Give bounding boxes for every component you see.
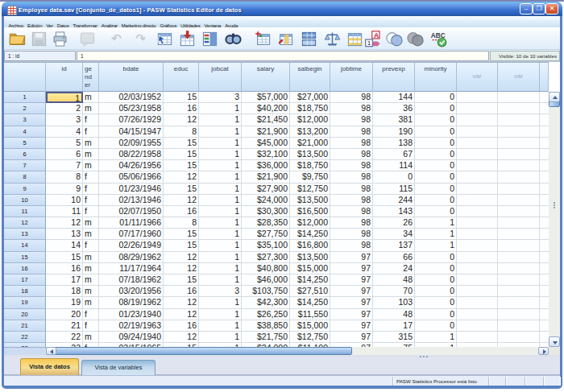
cell-var2[interactable]	[498, 320, 540, 332]
cell-minority[interactable]: 0	[415, 103, 457, 114]
cell-gender[interactable]: m	[83, 274, 99, 286]
cell-bdate[interactable]: 09/24/1940	[99, 332, 164, 343]
minimize-button[interactable]: –	[520, 3, 533, 14]
cell-jobtime[interactable]: 98	[330, 149, 373, 160]
cell-var2[interactable]	[498, 92, 540, 103]
cell-educ[interactable]: 15	[164, 229, 199, 240]
cell-salary[interactable]: $38,850	[242, 320, 290, 332]
cell-gender[interactable]: m	[83, 297, 99, 308]
row-number[interactable]: 17	[4, 274, 46, 286]
cell-salary[interactable]: $21,750	[242, 332, 290, 343]
cell-bdate[interactable]: 05/23/1958	[99, 103, 164, 114]
cell-var2[interactable]	[498, 263, 540, 274]
cell-var2[interactable]	[498, 195, 540, 206]
cell-bdate[interactable]: 02/07/1950	[99, 206, 164, 217]
cell-bdate[interactable]: 04/15/1947	[99, 126, 164, 138]
recall-dialogs-icon[interactable]	[78, 30, 97, 48]
cell-bdate[interactable]: 02/03/1952	[99, 92, 164, 103]
cell-var1[interactable]	[457, 92, 498, 103]
cell-gender[interactable]: f	[83, 195, 99, 206]
cell-jobtime[interactable]: 98	[330, 206, 373, 217]
cell-var2[interactable]	[498, 149, 540, 160]
print-icon[interactable]	[51, 30, 69, 48]
cell-minority[interactable]: 0	[415, 92, 457, 103]
cell-jobcat[interactable]: 3	[199, 92, 242, 103]
cell-id[interactable]: 14	[46, 240, 83, 251]
cell-jobtime[interactable]: 97	[330, 309, 373, 320]
cell-gender[interactable]: m	[83, 252, 99, 263]
cell-id[interactable]: 4	[46, 126, 83, 138]
cell-var1[interactable]	[457, 229, 498, 240]
cell-prevexp[interactable]: 48	[373, 274, 415, 286]
row-number[interactable]: 18	[4, 286, 46, 297]
cell-educ[interactable]: 16	[164, 320, 199, 332]
cell-minority[interactable]: 1	[415, 240, 457, 251]
cell-prevexp[interactable]: 34	[373, 229, 415, 240]
weight-cases-icon[interactable]	[323, 30, 342, 48]
cell-jobtime[interactable]: 98	[330, 240, 373, 251]
cell-salary[interactable]: $26,250	[242, 309, 290, 320]
show-all-variables-icon[interactable]	[406, 30, 425, 48]
cell-bdate[interactable]: 07/17/1960	[99, 229, 164, 240]
cell-var1[interactable]	[457, 184, 498, 195]
cell-var1[interactable]	[457, 320, 498, 332]
cell-bdate[interactable]: 02/19/1963	[99, 320, 164, 332]
cell-prevexp[interactable]: 17	[373, 320, 415, 332]
cell-var2[interactable]	[498, 332, 540, 343]
cell-gender[interactable]: m	[83, 286, 99, 297]
cell-id[interactable]: 9	[46, 184, 83, 195]
cell-prevexp[interactable]: 115	[373, 184, 415, 195]
cell-salbegin[interactable]: $21,000	[290, 138, 330, 149]
cell-gender[interactable]: m	[83, 217, 99, 229]
cell-salary[interactable]: $21,450	[242, 114, 290, 126]
cell-educ[interactable]: 15	[164, 92, 199, 103]
cell-gender[interactable]: f	[83, 240, 99, 251]
cell-var1[interactable]	[457, 206, 498, 217]
cell-educ[interactable]: 12	[164, 332, 199, 343]
cell-var1[interactable]	[457, 138, 498, 149]
cell-jobcat[interactable]: 1	[199, 229, 242, 240]
column-header-educ[interactable]: educ	[164, 63, 199, 92]
horizontal-scrollbar[interactable]	[46, 347, 549, 355]
cell-gender[interactable]: m	[83, 103, 99, 114]
cell-salbegin[interactable]: $11,550	[290, 309, 330, 320]
cell-prevexp[interactable]: 36	[373, 103, 415, 114]
cell-gender[interactable]: f	[83, 126, 99, 138]
cell-jobcat[interactable]: 1	[199, 274, 242, 286]
cell-var1[interactable]	[457, 114, 498, 126]
cell-var1[interactable]	[457, 297, 498, 308]
cell-jobtime[interactable]: 98	[330, 92, 373, 103]
cell-editor[interactable]: 1	[77, 51, 489, 61]
cell-id[interactable]: 3	[46, 114, 83, 126]
column-header-var1[interactable]: var	[457, 63, 498, 92]
cell-var1[interactable]	[457, 126, 498, 138]
cell-jobcat[interactable]: 1	[199, 217, 242, 229]
tab-variable-view[interactable]: Vista de variables	[81, 360, 156, 375]
cell-salbegin[interactable]: $13,500	[290, 252, 330, 263]
cell-minority[interactable]: 0	[415, 171, 457, 183]
cell-jobcat[interactable]: 1	[199, 184, 242, 195]
row-number[interactable]: 10	[4, 195, 46, 206]
maximize-button[interactable]: ❐	[533, 3, 545, 14]
cell-jobtime[interactable]: 97	[330, 274, 373, 286]
row-number[interactable]: 2	[4, 103, 46, 114]
cell-prevexp[interactable]: 0	[373, 171, 415, 183]
row-number[interactable]: 19	[4, 297, 46, 308]
cell-var2[interactable]	[498, 240, 540, 251]
cell-prevexp[interactable]: 315	[373, 332, 415, 343]
cell-educ[interactable]: 12	[164, 263, 199, 274]
cell-jobcat[interactable]: 1	[199, 263, 242, 274]
cell-id[interactable]: 20	[46, 309, 83, 320]
cell-var1[interactable]	[457, 252, 498, 263]
cell-salary[interactable]: $35,100	[242, 240, 290, 251]
cell-var2[interactable]	[498, 217, 540, 229]
cell-salbegin[interactable]: $18,750	[290, 160, 330, 171]
cell-educ[interactable]: 15	[164, 160, 199, 171]
cell-prevexp[interactable]: 190	[373, 126, 415, 138]
cell-educ[interactable]: 16	[164, 286, 199, 297]
column-header-var2[interactable]: var	[498, 63, 540, 92]
cell-salbegin[interactable]: $16,800	[290, 240, 330, 251]
cell-prevexp[interactable]: 67	[373, 149, 415, 160]
cell-jobtime[interactable]: 97	[330, 320, 373, 332]
cell-bdate[interactable]: 07/26/1929	[99, 114, 164, 126]
